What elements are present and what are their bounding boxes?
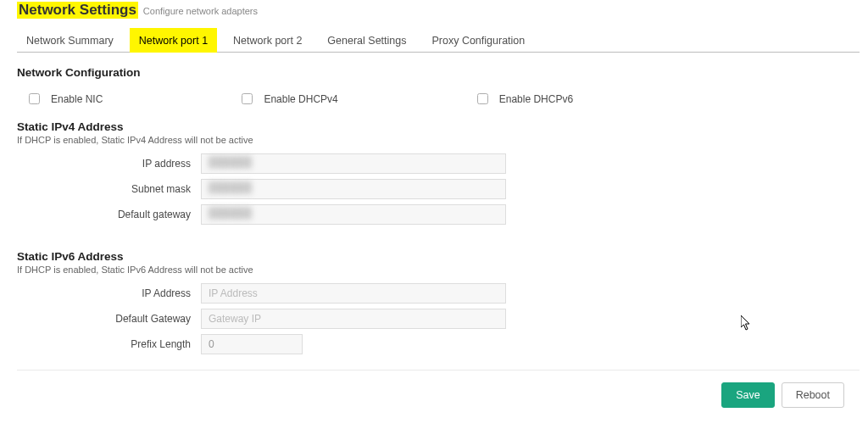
- enable-dhcpv4-option[interactable]: Enable DHCPv4: [238, 91, 337, 107]
- section-ipv4-hint: If DHCP is enabled, Static IPv4 Address …: [17, 135, 860, 145]
- tab-proxy-configuration[interactable]: Proxy Configuration: [422, 28, 534, 53]
- ipv4-gateway-input[interactable]: ██████: [201, 204, 506, 225]
- page-title: Network Settings: [17, 2, 138, 19]
- enable-dhcpv6-label: Enable DHCPv6: [499, 93, 573, 105]
- page-header: Network Settings Configure network adapt…: [17, 0, 860, 19]
- ipv6-gateway-label: Default Gateway: [17, 313, 201, 325]
- tab-network-port-2[interactable]: Network port 2: [224, 28, 311, 53]
- enable-nic-checkbox[interactable]: [29, 93, 40, 104]
- enable-dhcpv6-option[interactable]: Enable DHCPv6: [474, 91, 573, 107]
- ipv6-ip-input[interactable]: [201, 283, 506, 304]
- page-subtitle: Configure network adapters: [143, 6, 258, 16]
- ipv4-mask-input[interactable]: ██████: [201, 179, 506, 199]
- section-network-configuration-title: Network Configuration: [17, 66, 860, 79]
- enable-nic-option[interactable]: Enable NIC: [25, 91, 103, 107]
- tab-network-port-1[interactable]: Network port 1: [130, 28, 217, 53]
- enable-dhcpv4-label: Enable DHCPv4: [264, 93, 337, 105]
- ipv4-ip-input[interactable]: ██████: [201, 153, 506, 174]
- tab-general-settings[interactable]: General Settings: [318, 28, 415, 53]
- ipv4-gateway-label: Default gateway: [17, 209, 201, 220]
- ipv6-ip-label: IP Address: [17, 287, 201, 299]
- enable-nic-label: Enable NIC: [51, 93, 103, 105]
- footer-bar: Save Reboot: [17, 370, 860, 415]
- section-ipv6-hint: If DHCP is enabled, Static IPv6 Address …: [17, 265, 860, 275]
- ipv4-mask-label: Subnet mask: [17, 183, 201, 195]
- ipv6-prefix-label: Prefix Length: [17, 338, 201, 350]
- reboot-button[interactable]: Reboot: [782, 382, 844, 408]
- tabs-bar: Network Summary Network port 1 Network p…: [17, 27, 860, 53]
- section-ipv4-title: Static IPv4 Address: [17, 120, 860, 133]
- save-button[interactable]: Save: [721, 382, 775, 408]
- enable-dhcpv4-checkbox[interactable]: [242, 93, 253, 104]
- network-configuration-checks: Enable NIC Enable DHCPv4 Enable DHCPv6: [25, 91, 860, 107]
- tab-network-summary[interactable]: Network Summary: [17, 28, 123, 53]
- ipv4-ip-label: IP address: [17, 158, 201, 170]
- ipv6-prefix-input[interactable]: [201, 334, 303, 354]
- enable-dhcpv6-checkbox[interactable]: [477, 93, 488, 104]
- ipv6-gateway-input[interactable]: [201, 309, 506, 329]
- section-ipv6-title: Static IPv6 Address: [17, 250, 860, 263]
